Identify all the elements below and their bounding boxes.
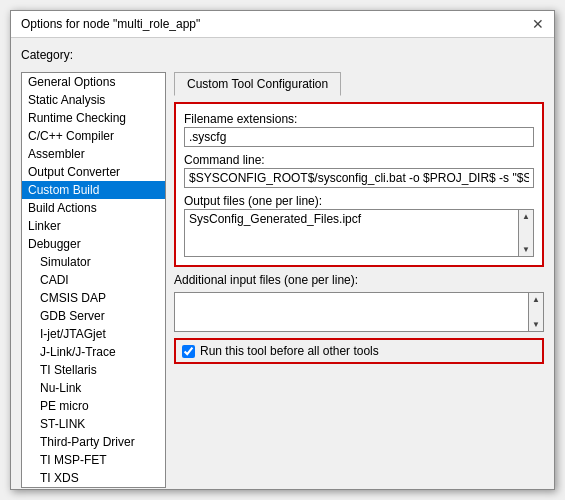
output-files-label: Output files (one per line):: [184, 194, 534, 208]
category-item[interactable]: TI Stellaris: [22, 361, 165, 379]
filename-ext-field: Filename extensions:: [184, 112, 534, 147]
additional-scroll-down[interactable]: ▼: [530, 318, 542, 331]
category-item[interactable]: Output Converter: [22, 163, 165, 181]
category-item[interactable]: I-jet/JTAGjet: [22, 325, 165, 343]
category-list[interactable]: General OptionsStatic AnalysisRuntime Ch…: [21, 72, 166, 488]
category-label: Category:: [21, 48, 544, 62]
category-item[interactable]: General Options: [22, 73, 165, 91]
run-before-label: Run this tool before all other tools: [200, 344, 379, 358]
additional-label: Additional input files (one per line):: [174, 273, 544, 287]
title-bar: Options for node "multi_role_app" ✕: [11, 11, 554, 38]
command-line-label: Command line:: [184, 153, 534, 167]
dialog-body: Category: General OptionsStatic Analysis…: [11, 38, 554, 498]
category-item[interactable]: Runtime Checking: [22, 109, 165, 127]
tab-bar: Custom Tool Configuration: [174, 72, 544, 96]
filename-ext-input[interactable]: [184, 127, 534, 147]
category-item[interactable]: Debugger: [22, 235, 165, 253]
command-line-input[interactable]: [184, 168, 534, 188]
additional-area-wrapper: ▲ ▼: [174, 292, 544, 332]
category-item[interactable]: Build Actions: [22, 199, 165, 217]
category-item[interactable]: Static Analysis: [22, 91, 165, 109]
category-item[interactable]: TI XDS: [22, 469, 165, 487]
command-line-field: Command line:: [184, 153, 534, 188]
output-area-wrapper: ▲ ▼: [184, 209, 534, 257]
category-item[interactable]: J-Link/J-Trace: [22, 343, 165, 361]
category-item[interactable]: TI MSP-FET: [22, 451, 165, 469]
main-content: General OptionsStatic AnalysisRuntime Ch…: [21, 72, 544, 488]
additional-section: Additional input files (one per line): ▲…: [174, 273, 544, 332]
custom-tool-tab[interactable]: Custom Tool Configuration: [174, 72, 341, 96]
category-item[interactable]: ST-LINK: [22, 415, 165, 433]
category-item[interactable]: Simulator: [22, 253, 165, 271]
config-box: Filename extensions: Command line: Outpu…: [174, 102, 544, 267]
output-files-field: Output files (one per line): ▲ ▼: [184, 194, 534, 257]
output-files-textarea[interactable]: [184, 209, 518, 257]
category-item[interactable]: CADI: [22, 271, 165, 289]
scroll-up-arrow[interactable]: ▲: [520, 210, 532, 223]
category-item[interactable]: Linker: [22, 217, 165, 235]
category-item[interactable]: CMSIS DAP: [22, 289, 165, 307]
category-item[interactable]: Third-Party Driver: [22, 433, 165, 451]
category-item[interactable]: Nu-Link: [22, 379, 165, 397]
run-before-checkbox-row[interactable]: Run this tool before all other tools: [174, 338, 544, 364]
category-item[interactable]: GDB Server: [22, 307, 165, 325]
close-button[interactable]: ✕: [532, 17, 544, 31]
category-item[interactable]: PE micro: [22, 397, 165, 415]
filename-ext-label: Filename extensions:: [184, 112, 534, 126]
run-before-checkbox[interactable]: [182, 345, 195, 358]
dialog-title: Options for node "multi_role_app": [21, 17, 200, 31]
right-panel: Custom Tool Configuration Filename exten…: [174, 72, 544, 488]
category-item[interactable]: Assembler: [22, 145, 165, 163]
output-scrollbar[interactable]: ▲ ▼: [518, 209, 534, 257]
additional-textarea[interactable]: [174, 292, 528, 332]
additional-scrollbar[interactable]: ▲ ▼: [528, 292, 544, 332]
options-dialog: Options for node "multi_role_app" ✕ Cate…: [10, 10, 555, 490]
category-item[interactable]: C/C++ Compiler: [22, 127, 165, 145]
scroll-down-arrow[interactable]: ▼: [520, 243, 532, 256]
category-item[interactable]: Custom Build: [22, 181, 165, 199]
additional-scroll-up[interactable]: ▲: [530, 293, 542, 306]
